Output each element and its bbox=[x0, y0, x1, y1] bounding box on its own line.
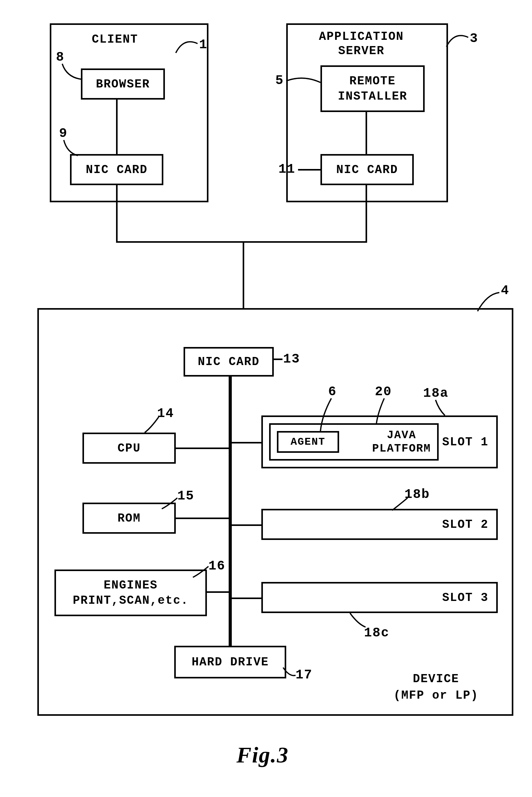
leader-line bbox=[348, 611, 367, 630]
slot1-label: SLOT 1 bbox=[442, 435, 489, 449]
remote-installer-label: REMOTE INSTALLER bbox=[338, 73, 407, 104]
leader-line bbox=[191, 565, 210, 581]
figure-caption: Fig.3 bbox=[236, 742, 289, 768]
appserver-nic-label: NIC CARD bbox=[336, 163, 398, 176]
engines-box: ENGINES PRINT,SCAN,etc. bbox=[54, 570, 207, 616]
connector bbox=[116, 185, 118, 243]
leader-line bbox=[431, 398, 446, 417]
leader-line bbox=[375, 397, 391, 425]
leader-line bbox=[298, 169, 320, 171]
connector bbox=[230, 442, 261, 443]
agent-box: AGENT bbox=[277, 431, 339, 453]
slot3-box: SLOT 3 bbox=[261, 582, 498, 613]
device-nic-label: NIC CARD bbox=[198, 355, 260, 368]
client-title: CLIENT bbox=[92, 33, 138, 46]
device-ref: 4 bbox=[501, 283, 509, 298]
cpu-box: CPU bbox=[82, 433, 176, 464]
appserver-nic-box: NIC CARD bbox=[320, 154, 414, 185]
remote-installer-ref: 5 bbox=[276, 73, 284, 88]
cpu-label: CPU bbox=[118, 442, 140, 455]
connector bbox=[230, 525, 261, 526]
java-platform-label: JAVA PLATFORM bbox=[372, 429, 431, 455]
slot2-label: SLOT 2 bbox=[442, 518, 489, 531]
leader-line bbox=[62, 138, 81, 157]
browser-box: BROWSER bbox=[81, 69, 165, 100]
hdd-box: HARD DRIVE bbox=[174, 646, 286, 679]
leader-line bbox=[143, 415, 162, 434]
connector bbox=[365, 185, 367, 243]
connector bbox=[207, 591, 230, 593]
slot2-box: SLOT 2 bbox=[261, 509, 498, 540]
device-nic-ref: 13 bbox=[283, 352, 300, 366]
leader-line bbox=[282, 666, 297, 680]
connector bbox=[176, 517, 230, 519]
client-nic-label: NIC CARD bbox=[86, 163, 148, 176]
leader-line bbox=[445, 30, 470, 48]
appserver-ref: 3 bbox=[470, 31, 478, 46]
hdd-label: HARD DRIVE bbox=[192, 656, 269, 669]
appserver-nic-ref: 11 bbox=[279, 162, 295, 177]
connector bbox=[365, 112, 367, 154]
connector bbox=[230, 597, 261, 599]
diagram-canvas: CLIENT 1 BROWSER 8 NIC CARD 9 APPLICATIO… bbox=[13, 13, 519, 784]
client-ref: 1 bbox=[199, 37, 208, 52]
slot3-ref: 18c bbox=[364, 626, 390, 641]
leader-line bbox=[319, 397, 335, 433]
rom-label: ROM bbox=[118, 512, 140, 525]
leader-line bbox=[274, 359, 283, 360]
remote-installer-box: REMOTE INSTALLER bbox=[320, 65, 425, 112]
connector bbox=[116, 241, 367, 243]
leader-line bbox=[61, 62, 86, 81]
leader-line bbox=[160, 496, 179, 512]
agent-label: AGENT bbox=[290, 436, 325, 448]
leader-line bbox=[285, 73, 322, 89]
connector bbox=[176, 448, 230, 449]
leader-line bbox=[391, 496, 409, 512]
hdd-ref: 17 bbox=[296, 667, 312, 682]
bus-vertical bbox=[229, 377, 232, 647]
appserver-title: APPLICATION SERVER bbox=[319, 30, 404, 58]
client-nic-box: NIC CARD bbox=[70, 154, 163, 185]
slot3-label: SLOT 3 bbox=[442, 591, 489, 604]
browser-label: BROWSER bbox=[96, 77, 150, 91]
connector bbox=[116, 100, 118, 154]
leader-line bbox=[476, 291, 501, 313]
device-title: DEVICE (MFP or LP) bbox=[394, 671, 478, 704]
engines-ref: 16 bbox=[208, 558, 225, 573]
engines-label: ENGINES PRINT,SCAN,etc. bbox=[73, 577, 189, 608]
rom-ref: 15 bbox=[177, 489, 194, 504]
device-nic-box: NIC CARD bbox=[184, 347, 274, 377]
leader-line bbox=[174, 36, 199, 55]
